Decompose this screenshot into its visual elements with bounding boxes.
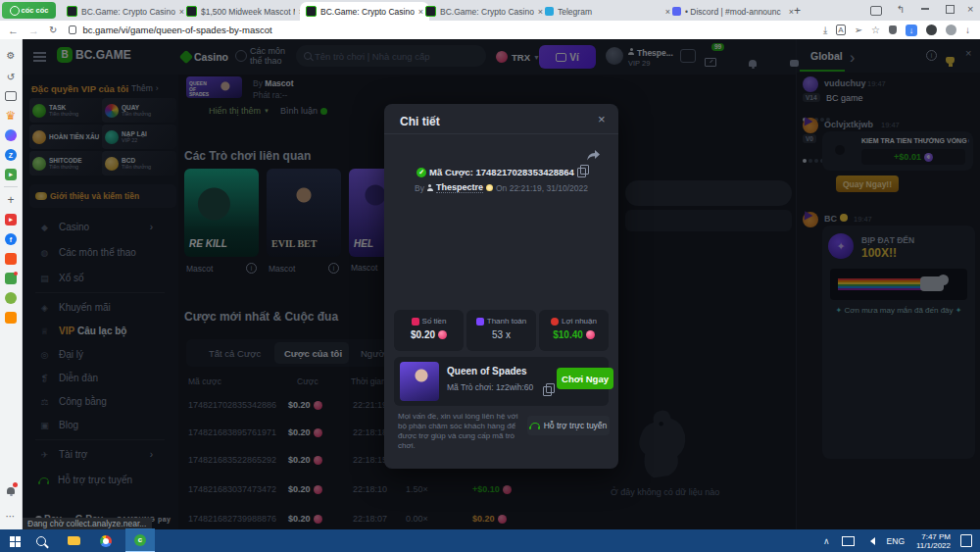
- tray-chevron-icon[interactable]: ∧: [823, 536, 830, 546]
- shortcut-arrow-icon[interactable]: ↰: [897, 4, 905, 15]
- profit-icon: [551, 318, 559, 326]
- file-explorer-icon[interactable]: [68, 536, 80, 545]
- share-icon[interactable]: ➢: [855, 25, 862, 35]
- copy-icon[interactable]: [543, 386, 552, 396]
- browser-tab-strip: cốc cốc BC.Game: Crypto Casino Gam × $1,…: [0, 0, 980, 21]
- telegram-favicon: [545, 7, 554, 16]
- stat-value: 53 x: [492, 329, 511, 340]
- tab-bcgame-2[interactable]: BC.Game: Crypto Casino Gam ×: [419, 2, 549, 21]
- bet-id-row: ✓ Mã Cược: 1748217028353428864: [384, 167, 618, 177]
- start-button[interactable]: [10, 536, 15, 541]
- sidebar-more-icon[interactable]: ⋯: [3, 508, 19, 524]
- language-indicator[interactable]: ENG: [887, 536, 905, 546]
- window-minimize-button[interactable]: [921, 8, 929, 10]
- bet-datetime: 22:21:19, 31/10/2022: [510, 183, 588, 193]
- taskbar-search-icon[interactable]: [36, 536, 46, 546]
- notifications-bell-icon[interactable]: [3, 482, 19, 498]
- amount-icon: [412, 318, 419, 326]
- bookmark-star-icon[interactable]: ☆: [871, 25, 880, 35]
- bet-details-modal: Chi tiết × ✓ Mã Cược: 174821702835342886…: [384, 104, 618, 469]
- tab-search-icon[interactable]: [870, 6, 882, 16]
- feed-list-icon[interactable]: [3, 88, 19, 104]
- modal-game-id: Mã Trò chơi: 1z2wih:60: [447, 382, 533, 392]
- browser-sidebar: ⚙ ↺ ♛ Z ▸ + ▸ f ⋯: [0, 39, 23, 529]
- coin-icon: [438, 330, 447, 339]
- modal-divider: [384, 133, 618, 134]
- share-icon[interactable]: [586, 149, 601, 162]
- stat-value: $0.20: [411, 329, 435, 340]
- modal-game-card: Queen of Spades Mã Trò chơi: 1z2wih:60 C…: [394, 357, 609, 406]
- bcgame-favicon: [425, 6, 436, 17]
- reload-icon[interactable]: ↻: [49, 25, 57, 35]
- volume-icon[interactable]: [866, 537, 875, 545]
- bcgame-favicon: [186, 6, 197, 17]
- tab-mascot-promo[interactable]: $1,500 Midweek Mascot Mu ×: [180, 2, 310, 21]
- padlock-icon[interactable]: [69, 25, 76, 34]
- copy-icon[interactable]: [577, 168, 586, 177]
- coccoc-brand-button[interactable]: cốc cốc: [2, 2, 56, 19]
- tab-title: Telegram: [558, 7, 662, 17]
- discord-favicon: [672, 7, 681, 16]
- sidebar-divider: [4, 186, 18, 187]
- save-page-icon[interactable]: ⤓: [823, 25, 827, 36]
- stat-payout: Thanh toán 53 x: [466, 310, 536, 351]
- bet-id-value: 1748217028353428864: [476, 167, 574, 177]
- settings-gear-icon[interactable]: ⚙: [3, 47, 19, 63]
- back-icon[interactable]: ←: [8, 25, 19, 36]
- facebook-icon[interactable]: f: [3, 231, 19, 247]
- sports-green-icon[interactable]: [3, 290, 19, 306]
- coccoc-brand-label: cốc cốc: [22, 6, 49, 15]
- game-thumbnail[interactable]: [400, 362, 439, 401]
- modal-help-text: Mọi vấn đề, xin vui lòng liên hệ với bộ …: [398, 412, 523, 451]
- tab-title: BC.Game: Crypto Casino Gam: [320, 7, 415, 17]
- modal-title: Chi tiết: [400, 115, 440, 128]
- action-center-icon[interactable]: [960, 534, 972, 547]
- youtube-icon[interactable]: ▸: [3, 212, 19, 227]
- add-shortcut-icon[interactable]: +: [3, 192, 19, 208]
- tab-telegram[interactable]: Telegram ×: [539, 2, 676, 21]
- tab-bcgame-1[interactable]: BC.Game: Crypto Casino Gam ×: [61, 2, 190, 21]
- games-icon[interactable]: ▸: [3, 167, 19, 182]
- browser-address-bar: ← → ↻ bc.game/vi/game/queen-of-spades-by…: [0, 21, 980, 39]
- tab-bcgame-active[interactable]: BC.Game: Crypto Casino Gam ×: [300, 2, 429, 21]
- check-circle-icon: ✓: [416, 168, 426, 177]
- download-manager-icon[interactable]: ↓: [906, 25, 917, 36]
- new-tab-button[interactable]: +: [794, 4, 801, 18]
- modal-close-icon[interactable]: ×: [598, 112, 606, 126]
- stat-value: $10.40: [553, 329, 583, 340]
- tab-title: BC.Game: Crypto Casino Gam: [81, 7, 175, 17]
- coccoc-logo-icon: [10, 6, 20, 16]
- translate-icon[interactable]: A: [836, 25, 845, 35]
- stat-profit: Lợi nhuận $10.40: [539, 310, 609, 351]
- forward-icon[interactable]: →: [28, 25, 39, 36]
- window-close-button[interactable]: ×: [967, 3, 973, 15]
- player-link[interactable]: Thespectre: [436, 182, 483, 193]
- chrome-icon[interactable]: [100, 535, 112, 547]
- tab-discord[interactable]: • Discord | #mod-announc ×: [666, 2, 800, 21]
- medal-icon: [486, 184, 493, 191]
- adblock-shield-icon[interactable]: [889, 25, 897, 34]
- extension-icon[interactable]: [926, 25, 937, 35]
- play-now-button[interactable]: Chơi Ngay: [557, 368, 613, 389]
- live-support-button[interactable]: Hỗ trợ trực tuyến: [527, 416, 610, 435]
- history-icon[interactable]: ↺: [3, 69, 19, 84]
- messenger-icon[interactable]: [3, 127, 19, 143]
- network-icon[interactable]: [842, 536, 855, 546]
- downloads-tray-icon[interactable]: ↓: [965, 25, 970, 35]
- windows-taskbar: c ∧ ENG 7:47 PM 11/1/2022: [0, 529, 980, 552]
- zalo-icon[interactable]: Z: [3, 147, 19, 163]
- screen: cốc cốc BC.Game: Crypto Casino Gam × $1,…: [0, 0, 980, 552]
- bcgame-favicon: [306, 6, 317, 17]
- hot-deals-crown-icon[interactable]: ♛: [3, 108, 19, 124]
- modal-game-name: Queen of Spades: [447, 366, 527, 376]
- tab-title: • Discord | #mod-announc: [685, 7, 785, 17]
- coccoc-taskbar-active[interactable]: c: [125, 528, 155, 552]
- cart-orange-icon[interactable]: [3, 310, 19, 326]
- window-maximize-button[interactable]: [946, 5, 955, 14]
- shop-orange-icon[interactable]: [3, 251, 19, 267]
- payout-icon: [476, 318, 484, 326]
- url-text[interactable]: bc.game/vi/game/queen-of-spades-by-masco…: [82, 25, 271, 35]
- tray-clock[interactable]: 7:47 PM 11/1/2022: [916, 532, 951, 550]
- shop-green-icon[interactable]: [3, 271, 19, 286]
- profile-avatar[interactable]: [946, 25, 956, 35]
